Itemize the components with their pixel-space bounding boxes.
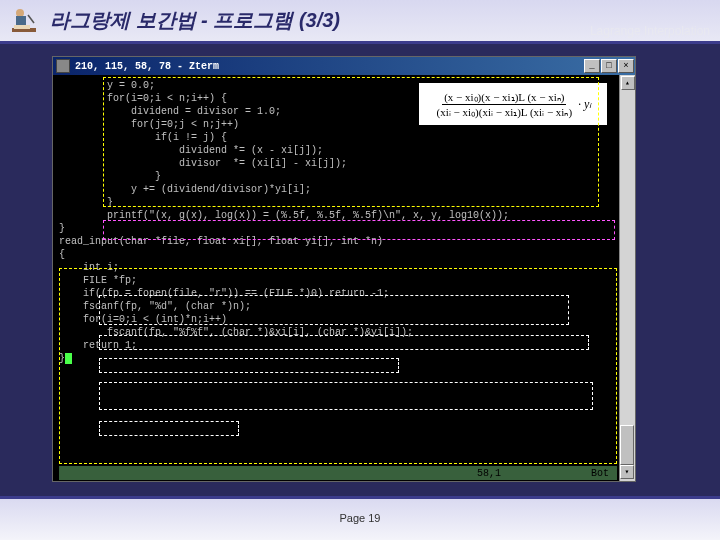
code-line: int i; bbox=[59, 262, 119, 273]
scroll-up-button[interactable]: ▴ bbox=[621, 76, 635, 90]
svg-point-0 bbox=[16, 9, 24, 17]
code-line: } bbox=[59, 223, 65, 234]
terminal-body: y = 0.0; for(i=0;i < n;i++) { dividend =… bbox=[53, 75, 635, 481]
code-line: fscanf(fp, "%f%f", (char *)&xi[i], (char… bbox=[59, 327, 413, 338]
svg-rect-3 bbox=[14, 25, 30, 29]
code-line: } bbox=[59, 197, 113, 208]
code-line: return 1; bbox=[59, 340, 137, 351]
code-line: for(i=0;i < (int)*n;i++) bbox=[59, 314, 227, 325]
highlight-box-return bbox=[99, 421, 239, 436]
code-line: divisor *= (xi[i] - xi[j]); bbox=[59, 158, 347, 169]
vim-status-bar: 58,1 Bot bbox=[59, 466, 617, 480]
code-line: for(i=0;i < n;i++) { bbox=[59, 93, 227, 104]
code-line: printf("(x, g(x), log(x)) = (%.5f, %.5f,… bbox=[59, 210, 509, 221]
page-footer: Page 19 bbox=[0, 496, 720, 540]
page-number: Page 19 bbox=[340, 512, 381, 524]
scroll-thumb[interactable] bbox=[620, 425, 634, 465]
highlight-box-forloop bbox=[99, 382, 593, 410]
close-button[interactable]: × bbox=[618, 59, 634, 73]
footer-divider bbox=[0, 496, 720, 499]
minimize-button[interactable]: _ bbox=[584, 59, 600, 73]
terminal-title: 210, 115, 58, 78 - Zterm bbox=[73, 61, 584, 72]
maximize-button[interactable]: □ bbox=[601, 59, 617, 73]
code-line: dividend *= (x - xi[j]); bbox=[59, 145, 323, 156]
code-line: if((fp = fopen(file, "r")) == (FILE *)0)… bbox=[59, 288, 389, 299]
formula-denominator: (xiᵢ − xi₀)(xiᵢ − xi₁)L (xiᵢ − xiₙ) bbox=[435, 105, 575, 119]
terminal-icon bbox=[56, 59, 70, 73]
formula-suffix: · yᵢ bbox=[578, 97, 591, 112]
code-line: if(i != j) { bbox=[59, 132, 227, 143]
cursor bbox=[65, 353, 72, 364]
code-line: FILE *fp; bbox=[59, 275, 137, 286]
status-mode: Bot bbox=[591, 468, 609, 479]
scroll-down-button[interactable]: ▾ bbox=[620, 465, 634, 479]
code-line: } bbox=[59, 171, 161, 182]
subtitle-label: Lagrange Interpolation bbox=[590, 24, 710, 38]
code-line: dividend = divisor = 1.0; bbox=[59, 106, 281, 117]
code-line: fscanf(fp, "%d", (char *)n); bbox=[59, 301, 251, 312]
code-line: for(j=0;j < n;j++) bbox=[59, 119, 239, 130]
terminal-window: 210, 115, 58, 78 - Zterm _ □ × y = 0.0; … bbox=[52, 56, 636, 482]
code-line: { bbox=[59, 249, 65, 260]
code-line: read_input(char *file, float xi[], float… bbox=[59, 236, 383, 247]
terminal-titlebar: 210, 115, 58, 78 - Zterm _ □ × bbox=[53, 57, 635, 75]
svg-line-4 bbox=[28, 15, 34, 23]
code-line: y += (dividend/divisor)*yi[i]; bbox=[59, 184, 311, 195]
formula-numerator: (x − xi₀)(x − xi₁)L (x − xiₙ) bbox=[442, 90, 566, 105]
code-line: y = 0.0; bbox=[59, 80, 155, 91]
lagrange-formula: (x − xi₀)(x − xi₁)L (x − xiₙ) (xiᵢ − xi₀… bbox=[419, 83, 607, 125]
scrollbar[interactable]: ▴ ▾ bbox=[619, 75, 635, 481]
header-icon bbox=[6, 3, 42, 39]
status-position: 58,1 bbox=[477, 468, 501, 479]
